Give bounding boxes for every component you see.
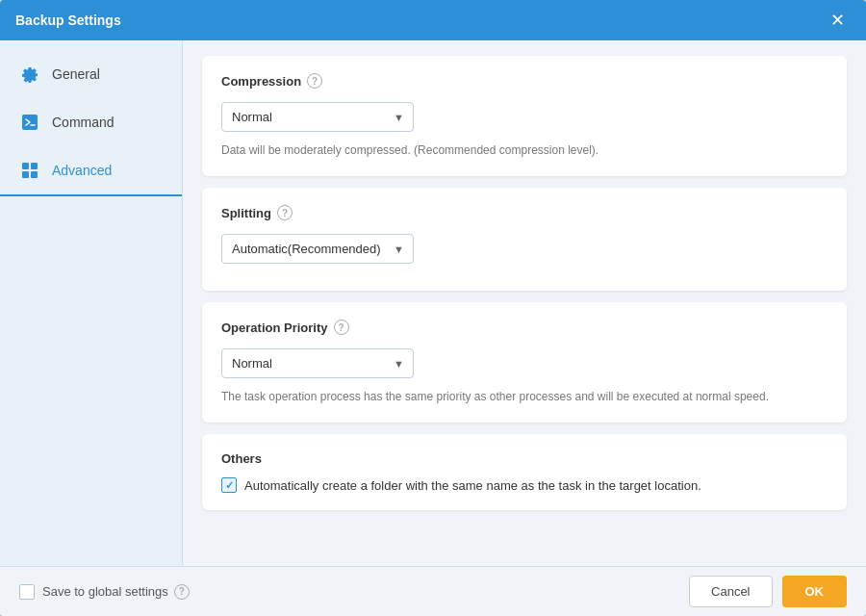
content-area: General Command — [0, 40, 866, 566]
compression-section: Compression ? None Normal High Maximum ▼… — [202, 56, 847, 176]
compression-description: Data will be moderately compressed. (Rec… — [221, 141, 828, 159]
operation-priority-title: Operation Priority — [221, 321, 328, 335]
sidebar-item-command[interactable]: Command — [0, 98, 182, 146]
sidebar-item-advanced[interactable]: Advanced — [0, 146, 182, 196]
splitting-header: Splitting ? — [221, 205, 828, 220]
svg-rect-5 — [31, 171, 38, 178]
splitting-title: Splitting — [221, 206, 271, 220]
auto-folder-checkbox[interactable]: ✓ — [221, 477, 237, 493]
compression-dropdown-wrapper: None Normal High Maximum ▼ — [221, 102, 414, 132]
operation-priority-dropdown[interactable]: Low Normal High — [221, 348, 414, 378]
footer-left: Save to global settings ? — [19, 584, 190, 600]
svg-rect-3 — [31, 163, 38, 169]
compression-title: Compression — [221, 74, 301, 89]
auto-folder-checkbox-row[interactable]: ✓ Automatically create a folder with the… — [221, 477, 828, 493]
others-section: Others ✓ Automatically create a folder w… — [202, 434, 847, 510]
operation-priority-header: Operation Priority ? — [221, 320, 828, 335]
splitting-dropdown-wrapper: Automatic(Recommended) No Splitting 100 … — [221, 234, 414, 264]
cancel-button[interactable]: Cancel — [689, 576, 772, 607]
title-bar: Backup Settings ✕ — [0, 0, 866, 40]
checkmark-icon: ✓ — [225, 479, 234, 492]
close-button[interactable]: ✕ — [824, 7, 851, 34]
footer: Save to global settings ? Cancel OK — [0, 566, 866, 616]
operation-priority-help-icon[interactable]: ? — [334, 320, 349, 335]
save-global-help-icon[interactable]: ? — [174, 584, 190, 600]
sidebar-advanced-label: Advanced — [52, 163, 112, 178]
svg-rect-2 — [22, 163, 29, 169]
sidebar-general-label: General — [52, 66, 100, 82]
sidebar-command-label: Command — [52, 115, 115, 130]
operation-priority-dropdown-wrapper: Low Normal High ▼ — [221, 348, 414, 378]
dialog-title: Backup Settings — [15, 13, 121, 28]
sidebar-item-general[interactable]: General — [0, 50, 182, 98]
splitting-help-icon[interactable]: ? — [277, 205, 293, 220]
svg-rect-4 — [22, 171, 29, 178]
splitting-section: Splitting ? Automatic(Recommended) No Sp… — [202, 188, 847, 291]
compression-dropdown[interactable]: None Normal High Maximum — [221, 102, 414, 132]
ok-button[interactable]: OK — [782, 576, 848, 607]
backup-settings-dialog: Backup Settings ✕ General — [0, 0, 866, 616]
command-icon — [19, 112, 40, 133]
grid-icon — [19, 160, 40, 181]
operation-priority-section: Operation Priority ? Low Normal High ▼ T… — [202, 302, 847, 423]
compression-header: Compression ? — [221, 73, 828, 89]
gear-icon — [19, 64, 40, 85]
operation-priority-description: The task operation process has the same … — [221, 388, 828, 405]
save-global-label: Save to global settings ? — [42, 584, 190, 600]
others-title: Others — [221, 451, 828, 466]
sidebar: General Command — [0, 40, 183, 566]
main-content: Compression ? None Normal High Maximum ▼… — [183, 40, 866, 566]
compression-help-icon[interactable]: ? — [307, 73, 322, 89]
auto-folder-label: Automatically create a folder with the s… — [244, 478, 701, 493]
footer-buttons: Cancel OK — [689, 576, 847, 607]
save-global-checkbox[interactable] — [19, 584, 35, 600]
splitting-dropdown[interactable]: Automatic(Recommended) No Splitting 100 … — [221, 234, 414, 264]
